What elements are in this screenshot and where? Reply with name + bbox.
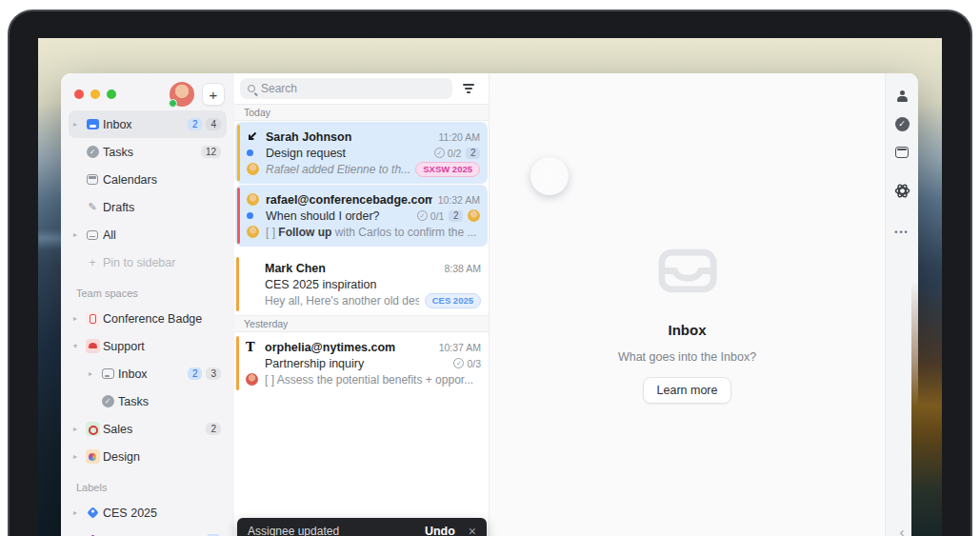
section-label-team-spaces: Team spaces (69, 276, 227, 305)
sidebar-item-calendars[interactable]: Calendars (69, 166, 227, 193)
monitor-bezel: + ▸ Inbox 2 4 ✓ Tasks 12 Calendars (8, 10, 972, 536)
check-circle-icon: ✓ (895, 117, 910, 131)
empty-state-title: Inbox (669, 322, 707, 338)
check-circle-icon: ✓ (417, 210, 428, 221)
desktop-wallpaper: + ▸ Inbox 2 4 ✓ Tasks 12 Calendars (38, 38, 942, 536)
search-bar[interactable] (240, 78, 452, 99)
message-count-badge: 2 (449, 210, 463, 222)
chevron-right-icon[interactable]: ▸ (69, 452, 82, 461)
sidebar-item-drafts[interactable]: ✎ Drafts (69, 193, 227, 221)
support-helmet-icon (82, 339, 103, 353)
count-badge: 3 (206, 367, 221, 380)
chevron-right-icon[interactable]: ▸ (69, 230, 82, 239)
pencil-icon: ✎ (82, 201, 103, 213)
main-panel: Inbox What goes into the Inbox? Learn mo… (490, 73, 885, 536)
sidebar-item-all[interactable]: ▸ All (69, 221, 227, 248)
chevron-right-icon[interactable]: ▸ (84, 369, 97, 378)
unread-dot (247, 149, 266, 156)
calendar-icon (895, 147, 909, 158)
timestamp: 8:38 AM (444, 263, 481, 274)
calendar-button[interactable] (886, 138, 918, 166)
assignee-avatar (468, 209, 480, 222)
sidebar-item-sxsw-2025[interactable]: ▸ SXSW 2025 1 (69, 526, 227, 536)
more-button[interactable]: ••• (886, 218, 918, 246)
tag-icon (82, 508, 103, 517)
sidebar-item-support-inbox[interactable]: ▸ Inbox 2 3 (84, 360, 227, 387)
task-progress: ✓0/3 (453, 358, 481, 369)
contact-avatar (247, 163, 266, 175)
person-icon (895, 90, 909, 104)
tasks-icon: ✓ (97, 395, 118, 407)
app-window: + ▸ Inbox 2 4 ✓ Tasks 12 Calendars (61, 73, 918, 536)
chevron-right-icon[interactable]: ▸ (69, 120, 82, 129)
inbox-icon (82, 119, 103, 129)
plus-icon: + (82, 256, 103, 269)
sidebar: + ▸ Inbox 2 4 ✓ Tasks 12 Calendars (61, 73, 234, 536)
sidebar-item-inbox[interactable]: ▸ Inbox 2 4 (69, 110, 227, 138)
wallpaper-lake (38, 228, 63, 249)
online-status-dot (169, 99, 177, 108)
count-badge: 2 (206, 423, 221, 435)
contacts-button[interactable] (886, 83, 918, 110)
task-progress: ✓0/1 (417, 210, 445, 222)
sidebar-item-sales[interactable]: ▸ Sales 2 (69, 415, 227, 443)
conversation-row[interactable]: Mark Chen 8:38 AM CES 2025 inspiration H… (234, 253, 489, 315)
tasks-button[interactable]: ✓ (886, 110, 918, 138)
page: + ▸ Inbox 2 4 ✓ Tasks 12 Calendars (0, 0, 980, 536)
label-pill-sxsw[interactable]: SXSW 2025 (415, 162, 480, 177)
inbox-icon (97, 368, 118, 379)
chevron-right-icon[interactable]: ▸ (69, 314, 82, 323)
count-badge: 4 (206, 118, 221, 130)
contact-avatar (246, 373, 265, 386)
sidebar-item-ces-2025[interactable]: ▸ CES 2025 (69, 499, 227, 526)
empty-state-subtitle: What goes into the Inbox? (618, 350, 756, 364)
chevron-right-icon[interactable]: ▸ (69, 425, 82, 433)
design-palette-icon (82, 449, 103, 464)
more-dots-icon: ••• (894, 228, 909, 237)
traffic-light-zoom[interactable] (107, 89, 116, 99)
conversation-list: Today Sarah Johnson 11:20 AM Design requ… (234, 73, 490, 536)
conversation-row[interactable]: rafael@conferencebadge.com, C... 10:32 A… (235, 185, 488, 247)
sidebar-header: + (69, 82, 227, 110)
sidebar-item-conference-badge[interactable]: ▸ Conference Badge (69, 305, 227, 332)
check-circle-icon: ✓ (434, 148, 445, 158)
tasks-icon: ✓ (82, 146, 103, 158)
archive-tray-icon (82, 230, 103, 240)
task-progress: ✓0/2 (434, 148, 462, 159)
sidebar-item-support[interactable]: ▾ Support (69, 332, 227, 360)
conversation-row[interactable]: T orphelia@nytimes.com 10:37 AM Partners… (234, 332, 489, 394)
openai-button[interactable] (886, 177, 918, 205)
unread-badge: 2 (188, 118, 203, 130)
user-avatar[interactable] (170, 82, 194, 107)
contact-avatar (247, 226, 266, 238)
compose-add-button[interactable]: + (202, 83, 225, 106)
message-count-badge: 2 (466, 148, 480, 159)
search-icon (248, 85, 255, 92)
chevron-down-icon[interactable]: ▾ (69, 342, 82, 350)
openai-icon (894, 183, 910, 199)
collapse-chevron-icon[interactable]: ‹ (900, 524, 905, 536)
undo-button[interactable]: Undo (425, 525, 455, 536)
chevron-right-icon[interactable]: ▸ (69, 508, 82, 517)
traffic-light-close[interactable] (74, 89, 84, 99)
count-badge: 12 (201, 146, 221, 158)
sidebar-item-support-tasks[interactable]: ✓ Tasks (84, 387, 227, 415)
sidebar-item-design[interactable]: ▸ Design (69, 443, 227, 470)
timestamp: 10:32 AM (438, 194, 480, 206)
conversation-row[interactable]: Sarah Johnson 11:20 AM Design request ✓0… (235, 122, 488, 184)
sales-target-icon (82, 422, 103, 436)
filter-icon[interactable] (456, 84, 481, 93)
traffic-light-minimize[interactable] (90, 89, 100, 99)
sidebar-item-tasks[interactable]: ✓ Tasks 12 (69, 138, 227, 166)
label-pill-ces[interactable]: CES 2025 (425, 293, 481, 308)
unread-dot (247, 212, 266, 219)
search-input[interactable] (261, 82, 445, 95)
conference-badge-icon (82, 311, 103, 326)
list-toolbar (234, 73, 489, 104)
close-icon[interactable]: × (469, 524, 476, 536)
toast-notification: Assignee updated Undo × (237, 518, 487, 536)
sidebar-item-pin-to-sidebar[interactable]: + Pin to sidebar (69, 248, 227, 276)
calendar-icon (82, 174, 103, 185)
section-label-labels: Labels (69, 470, 227, 499)
learn-more-button[interactable]: Learn more (643, 377, 732, 404)
